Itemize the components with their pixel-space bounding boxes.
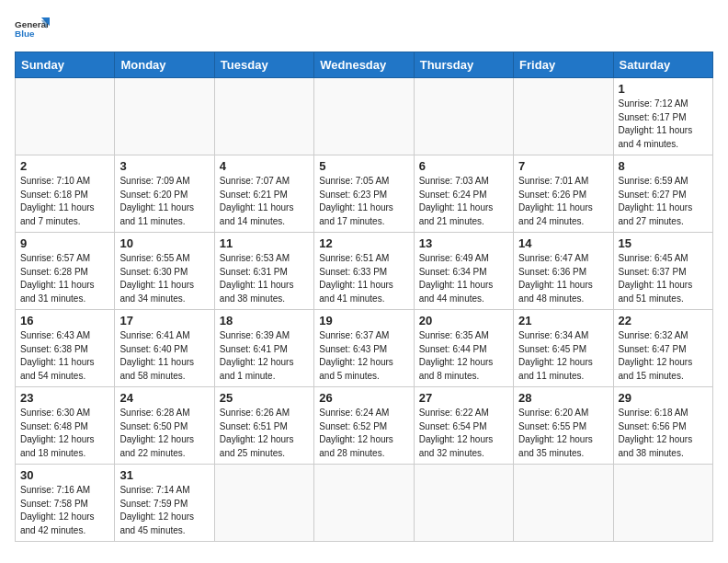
day-info: Sunrise: 6:59 AM Sunset: 6:27 PM Dayligh… bbox=[619, 175, 708, 228]
calendar-cell-w4d5: 28Sunrise: 6:20 AM Sunset: 6:55 PM Dayli… bbox=[514, 387, 613, 465]
day-info: Sunrise: 7:05 AM Sunset: 6:23 PM Dayligh… bbox=[319, 175, 408, 228]
weekday-header-monday: Monday bbox=[115, 52, 214, 78]
day-info: Sunrise: 6:41 AM Sunset: 6:40 PM Dayligh… bbox=[119, 329, 209, 383]
day-info: Sunrise: 6:37 AM Sunset: 6:43 PM Dayligh… bbox=[319, 329, 408, 383]
day-number: 30 bbox=[20, 468, 109, 482]
day-info: Sunrise: 6:39 AM Sunset: 6:41 PM Dayligh… bbox=[220, 329, 309, 383]
calendar-cell-w5d6 bbox=[613, 465, 712, 542]
calendar-cell-w5d5 bbox=[514, 465, 613, 542]
calendar-cell-w5d2 bbox=[214, 465, 313, 542]
day-number: 4 bbox=[220, 159, 309, 173]
calendar-cell-w3d2: 18Sunrise: 6:39 AM Sunset: 6:41 PM Dayli… bbox=[214, 310, 313, 387]
calendar-cell-w0d0 bbox=[16, 78, 115, 155]
calendar-cell-w0d3 bbox=[314, 78, 414, 155]
day-number: 21 bbox=[518, 314, 608, 327]
weekday-header-wednesday: Wednesday bbox=[314, 52, 414, 78]
day-number: 31 bbox=[119, 468, 209, 482]
calendar-cell-w2d6: 15Sunrise: 6:45 AM Sunset: 6:37 PM Dayli… bbox=[613, 233, 712, 310]
day-number: 26 bbox=[319, 391, 408, 405]
calendar-cell-w4d1: 24Sunrise: 6:28 AM Sunset: 6:50 PM Dayli… bbox=[115, 387, 214, 465]
day-info: Sunrise: 7:03 AM Sunset: 6:24 PM Dayligh… bbox=[419, 175, 508, 228]
day-number: 15 bbox=[619, 236, 708, 250]
day-info: Sunrise: 7:09 AM Sunset: 6:20 PM Dayligh… bbox=[119, 175, 209, 228]
calendar-cell-w1d2: 4Sunrise: 7:07 AM Sunset: 6:21 PM Daylig… bbox=[214, 155, 313, 233]
calendar-cell-w1d1: 3Sunrise: 7:09 AM Sunset: 6:20 PM Daylig… bbox=[115, 155, 214, 233]
day-info: Sunrise: 7:10 AM Sunset: 6:18 PM Dayligh… bbox=[20, 175, 109, 228]
calendar-cell-w3d6: 22Sunrise: 6:32 AM Sunset: 6:47 PM Dayli… bbox=[613, 310, 712, 387]
day-number: 10 bbox=[119, 236, 209, 250]
calendar-cell-w3d3: 19Sunrise: 6:37 AM Sunset: 6:43 PM Dayli… bbox=[314, 310, 414, 387]
calendar-cell-w2d4: 13Sunrise: 6:49 AM Sunset: 6:34 PM Dayli… bbox=[414, 233, 513, 310]
day-number: 23 bbox=[20, 391, 109, 405]
day-info: Sunrise: 7:01 AM Sunset: 6:26 PM Dayligh… bbox=[518, 175, 608, 228]
logo: General Blue bbox=[15, 15, 50, 44]
day-number: 19 bbox=[319, 314, 408, 327]
day-number: 18 bbox=[220, 314, 309, 327]
calendar-cell-w1d5: 7Sunrise: 7:01 AM Sunset: 6:26 PM Daylig… bbox=[514, 155, 613, 233]
day-number: 8 bbox=[619, 159, 708, 173]
calendar-cell-w3d0: 16Sunrise: 6:43 AM Sunset: 6:38 PM Dayli… bbox=[16, 310, 115, 387]
day-number: 9 bbox=[20, 236, 109, 250]
weekday-header-row: SundayMondayTuesdayWednesdayThursdayFrid… bbox=[16, 52, 713, 78]
day-info: Sunrise: 6:47 AM Sunset: 6:36 PM Dayligh… bbox=[518, 252, 608, 305]
calendar-cell-w1d0: 2Sunrise: 7:10 AM Sunset: 6:18 PM Daylig… bbox=[16, 155, 115, 233]
calendar-week-row-3: 16Sunrise: 6:43 AM Sunset: 6:38 PM Dayli… bbox=[16, 310, 713, 387]
day-info: Sunrise: 6:49 AM Sunset: 6:34 PM Dayligh… bbox=[419, 252, 508, 305]
day-info: Sunrise: 7:16 AM Sunset: 7:58 PM Dayligh… bbox=[20, 484, 109, 537]
day-number: 6 bbox=[419, 159, 508, 173]
day-number: 3 bbox=[119, 159, 209, 173]
day-number: 17 bbox=[119, 314, 209, 327]
calendar-cell-w3d4: 20Sunrise: 6:35 AM Sunset: 6:44 PM Dayli… bbox=[414, 310, 513, 387]
calendar-cell-w2d5: 14Sunrise: 6:47 AM Sunset: 6:36 PM Dayli… bbox=[514, 233, 613, 310]
calendar-cell-w4d4: 27Sunrise: 6:22 AM Sunset: 6:54 PM Dayli… bbox=[414, 387, 513, 465]
day-info: Sunrise: 6:57 AM Sunset: 6:28 PM Dayligh… bbox=[20, 252, 109, 305]
day-info: Sunrise: 6:22 AM Sunset: 6:54 PM Dayligh… bbox=[419, 407, 508, 460]
calendar-cell-w1d3: 5Sunrise: 7:05 AM Sunset: 6:23 PM Daylig… bbox=[314, 155, 414, 233]
day-number: 22 bbox=[619, 314, 708, 327]
calendar-cell-w0d5 bbox=[514, 78, 613, 155]
day-number: 7 bbox=[518, 159, 608, 173]
day-info: Sunrise: 7:07 AM Sunset: 6:21 PM Dayligh… bbox=[220, 175, 309, 228]
day-info: Sunrise: 6:18 AM Sunset: 6:56 PM Dayligh… bbox=[619, 407, 708, 460]
day-info: Sunrise: 7:14 AM Sunset: 7:59 PM Dayligh… bbox=[119, 484, 209, 537]
day-info: Sunrise: 6:24 AM Sunset: 6:52 PM Dayligh… bbox=[319, 407, 408, 460]
calendar-week-row-4: 23Sunrise: 6:30 AM Sunset: 6:48 PM Dayli… bbox=[16, 387, 713, 465]
calendar-cell-w4d3: 26Sunrise: 6:24 AM Sunset: 6:52 PM Dayli… bbox=[314, 387, 414, 465]
calendar-cell-w4d6: 29Sunrise: 6:18 AM Sunset: 6:56 PM Dayli… bbox=[613, 387, 712, 465]
calendar-cell-w5d3 bbox=[314, 465, 414, 542]
day-info: Sunrise: 6:35 AM Sunset: 6:44 PM Dayligh… bbox=[419, 329, 508, 383]
weekday-header-saturday: Saturday bbox=[613, 52, 712, 78]
calendar-cell-w5d0: 30Sunrise: 7:16 AM Sunset: 7:58 PM Dayli… bbox=[16, 465, 115, 542]
calendar-cell-w2d0: 9Sunrise: 6:57 AM Sunset: 6:28 PM Daylig… bbox=[16, 233, 115, 310]
calendar-week-row-1: 2Sunrise: 7:10 AM Sunset: 6:18 PM Daylig… bbox=[16, 155, 713, 233]
day-info: Sunrise: 6:51 AM Sunset: 6:33 PM Dayligh… bbox=[319, 252, 408, 305]
weekday-header-friday: Friday bbox=[514, 52, 613, 78]
day-number: 20 bbox=[419, 314, 508, 327]
calendar-table: SundayMondayTuesdayWednesdayThursdayFrid… bbox=[15, 52, 713, 542]
day-info: Sunrise: 6:20 AM Sunset: 6:55 PM Dayligh… bbox=[518, 407, 608, 460]
day-number: 11 bbox=[220, 236, 309, 250]
calendar-cell-w1d6: 8Sunrise: 6:59 AM Sunset: 6:27 PM Daylig… bbox=[613, 155, 712, 233]
calendar-week-row-0: 1Sunrise: 7:12 AM Sunset: 6:17 PM Daylig… bbox=[16, 78, 713, 155]
day-number: 16 bbox=[20, 314, 109, 327]
day-number: 29 bbox=[619, 391, 708, 405]
day-number: 14 bbox=[518, 236, 608, 250]
calendar-cell-w3d5: 21Sunrise: 6:34 AM Sunset: 6:45 PM Dayli… bbox=[514, 310, 613, 387]
day-info: Sunrise: 6:45 AM Sunset: 6:37 PM Dayligh… bbox=[619, 252, 708, 305]
header: General Blue bbox=[15, 15, 713, 44]
day-info: Sunrise: 6:55 AM Sunset: 6:30 PM Dayligh… bbox=[119, 252, 209, 305]
page-container: General Blue SundayMondayTuesdayWednesda… bbox=[15, 15, 713, 542]
calendar-week-row-2: 9Sunrise: 6:57 AM Sunset: 6:28 PM Daylig… bbox=[16, 233, 713, 310]
weekday-header-tuesday: Tuesday bbox=[214, 52, 313, 78]
calendar-cell-w2d3: 12Sunrise: 6:51 AM Sunset: 6:33 PM Dayli… bbox=[314, 233, 414, 310]
calendar-week-row-5: 30Sunrise: 7:16 AM Sunset: 7:58 PM Dayli… bbox=[16, 465, 713, 542]
day-info: Sunrise: 7:12 AM Sunset: 6:17 PM Dayligh… bbox=[619, 98, 708, 151]
day-number: 5 bbox=[319, 159, 408, 173]
calendar-cell-w0d2 bbox=[214, 78, 313, 155]
day-info: Sunrise: 6:34 AM Sunset: 6:45 PM Dayligh… bbox=[518, 329, 608, 383]
calendar-cell-w1d4: 6Sunrise: 7:03 AM Sunset: 6:24 PM Daylig… bbox=[414, 155, 513, 233]
calendar-cell-w0d4 bbox=[414, 78, 513, 155]
calendar-cell-w2d1: 10Sunrise: 6:55 AM Sunset: 6:30 PM Dayli… bbox=[115, 233, 214, 310]
calendar-cell-w0d1 bbox=[115, 78, 214, 155]
day-number: 28 bbox=[518, 391, 608, 405]
